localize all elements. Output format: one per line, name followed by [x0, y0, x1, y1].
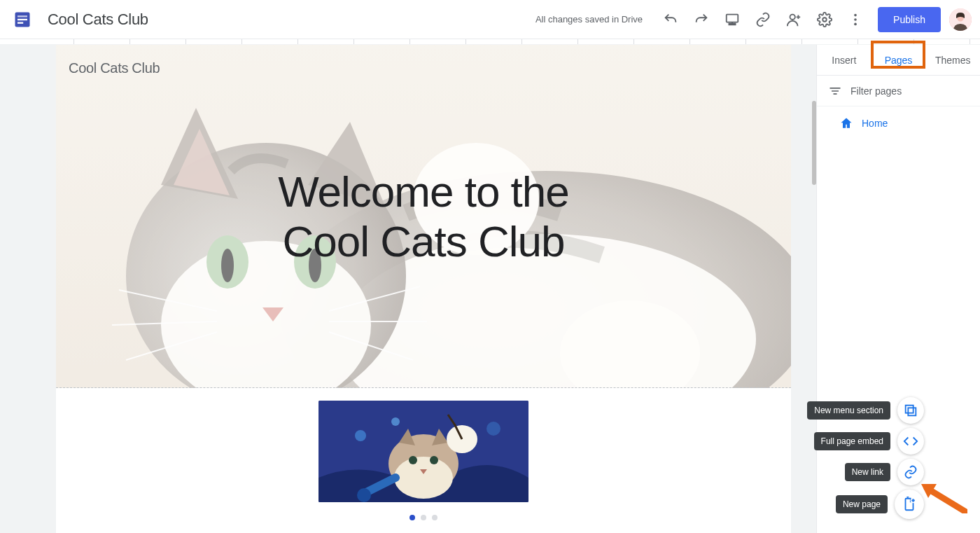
svg-point-9: [854, 18, 857, 21]
svg-rect-3: [18, 15, 27, 17]
svg-point-10: [854, 22, 857, 25]
undo-icon[interactable]: [657, 6, 685, 34]
canvas-site-name[interactable]: Cool Cats Club: [69, 60, 160, 76]
svg-rect-2: [18, 22, 23, 23]
tab-insert[interactable]: Insert: [817, 45, 872, 75]
fab-label-new-menu-section: New menu section: [807, 401, 890, 420]
carousel-dot-1[interactable]: [410, 515, 415, 520]
preview-icon[interactable]: [718, 6, 746, 34]
tab-pages[interactable]: Pages: [872, 45, 926, 75]
carousel-dot-2[interactable]: [421, 515, 426, 520]
canvas-area: Cool Cats Club Welcome to the Cool Cats …: [0, 45, 816, 533]
tab-themes[interactable]: Themes: [925, 45, 980, 75]
hero-title-line2: Cool Cats Club: [283, 217, 565, 265]
app-header: Cool Cats Club All changes saved in Driv…: [0, 0, 980, 39]
link-small-icon: [903, 464, 918, 480]
fab-new-menu-section[interactable]: [897, 397, 924, 424]
menu-section-icon: [903, 403, 918, 418]
ruler: [0, 39, 980, 45]
save-status-text: All changes saved in Drive: [536, 14, 643, 25]
carousel-dot-3[interactable]: [432, 515, 438, 520]
svg-point-6: [790, 14, 795, 19]
hero-title-line1: Welcome to the: [278, 167, 569, 216]
fab-new-page[interactable]: [895, 490, 924, 519]
publish-button[interactable]: Publish: [878, 7, 941, 32]
hero-title[interactable]: Welcome to the Cool Cats Club: [93, 167, 755, 267]
svg-rect-1: [18, 18, 27, 20]
new-page-icon: [902, 497, 917, 512]
redo-icon[interactable]: [687, 6, 715, 34]
home-icon: [839, 116, 853, 130]
svg-point-7: [822, 18, 827, 22]
svg-rect-4: [727, 14, 738, 22]
app-logo-icon[interactable]: [8, 6, 36, 34]
settings-icon[interactable]: [811, 6, 839, 34]
fab-new-link[interactable]: [897, 459, 924, 485]
share-icon[interactable]: [780, 6, 808, 34]
site-canvas[interactable]: Cool Cats Club Welcome to the Cool Cats …: [56, 45, 791, 533]
hero-section[interactable]: Cool Cats Club Welcome to the Cool Cats …: [56, 45, 791, 388]
link-icon[interactable]: [749, 6, 777, 34]
sidebar-tabs: Insert Pages Themes: [817, 45, 980, 76]
page-item-home[interactable]: Home: [817, 106, 980, 140]
fab-label-new-link: New link: [845, 463, 890, 481]
svg-rect-5: [729, 23, 735, 25]
filter-icon: [828, 84, 842, 98]
svg-point-30: [394, 457, 453, 499]
svg-rect-35: [906, 406, 913, 413]
page-item-label: Home: [862, 118, 888, 129]
svg-point-31: [409, 456, 417, 464]
fab-stack: New menu section Full page embed New lin…: [807, 397, 924, 519]
fab-full-page-embed[interactable]: [897, 428, 924, 455]
content-section[interactable]: [56, 388, 791, 533]
fab-label-new-page: New page: [836, 495, 888, 513]
svg-point-8: [854, 13, 857, 16]
site-title[interactable]: Cool Cats Club: [48, 11, 148, 29]
carousel-dots: [56, 515, 791, 520]
embed-icon: [903, 434, 918, 449]
header-toolbar: [657, 6, 869, 34]
carousel-image[interactable]: [318, 401, 528, 502]
svg-point-27: [391, 417, 400, 426]
fab-label-full-page-embed: Full page embed: [814, 432, 890, 450]
svg-point-28: [486, 422, 500, 436]
more-icon[interactable]: [841, 6, 869, 34]
filter-pages-label: Filter pages: [850, 85, 902, 97]
svg-point-26: [355, 430, 366, 441]
svg-rect-36: [908, 408, 916, 415]
section-divider: [56, 387, 791, 388]
svg-point-34: [357, 488, 371, 502]
svg-point-32: [430, 456, 438, 464]
account-avatar[interactable]: [949, 8, 972, 31]
filter-pages-row[interactable]: Filter pages: [817, 76, 980, 106]
